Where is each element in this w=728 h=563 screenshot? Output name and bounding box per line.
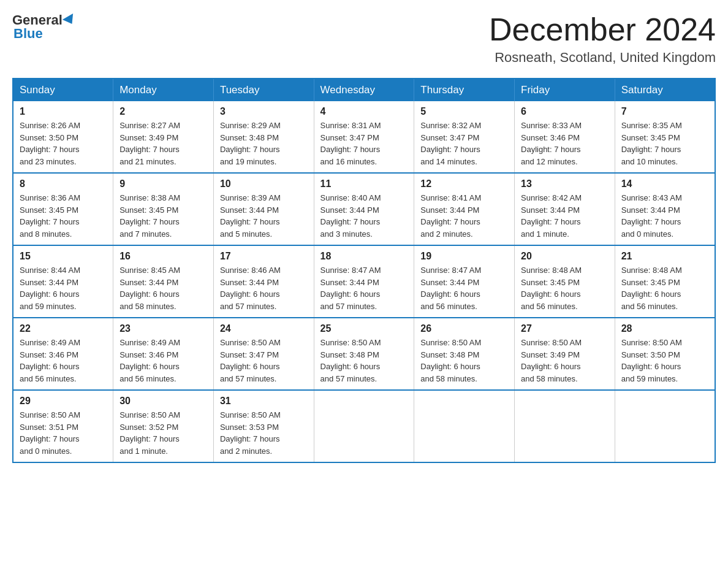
calendar-day-cell: 23 Sunrise: 8:49 AMSunset: 3:46 PMDaylig… (113, 318, 214, 390)
day-number: 18 (320, 251, 408, 262)
day-info: Sunrise: 8:47 AMSunset: 3:44 PMDaylight:… (420, 266, 481, 311)
title-area: December 2024 Rosneath, Scotland, United… (489, 12, 716, 66)
calendar-day-cell: 29 Sunrise: 8:50 AMSunset: 3:51 PMDaylig… (13, 390, 113, 462)
calendar-day-cell: 16 Sunrise: 8:45 AMSunset: 3:44 PMDaylig… (113, 245, 214, 318)
day-info: Sunrise: 8:40 AMSunset: 3:44 PMDaylight:… (320, 193, 381, 239)
day-info: Sunrise: 8:50 AMSunset: 3:52 PMDaylight:… (119, 410, 180, 456)
day-info: Sunrise: 8:48 AMSunset: 3:45 PMDaylight:… (521, 266, 582, 311)
weekday-header-sunday: Sunday (13, 79, 113, 101)
day-number: 20 (521, 251, 609, 262)
day-info: Sunrise: 8:45 AMSunset: 3:44 PMDaylight:… (119, 266, 180, 311)
day-info: Sunrise: 8:43 AMSunset: 3:44 PMDaylight:… (621, 193, 682, 239)
day-number: 1 (20, 106, 107, 117)
calendar-header-row: SundayMondayTuesdayWednesdayThursdayFrid… (13, 79, 715, 101)
calendar-table: SundayMondayTuesdayWednesdayThursdayFrid… (12, 78, 716, 463)
day-number: 15 (20, 251, 107, 262)
day-info: Sunrise: 8:26 AMSunset: 3:50 PMDaylight:… (20, 121, 80, 166)
page-header: General Blue December 2024 Rosneath, Sco… (12, 12, 716, 66)
day-info: Sunrise: 8:39 AMSunset: 3:44 PMDaylight:… (220, 193, 281, 239)
day-number: 14 (621, 178, 708, 190)
day-number: 10 (220, 178, 308, 190)
calendar-day-cell: 30 Sunrise: 8:50 AMSunset: 3:52 PMDaylig… (113, 390, 214, 462)
calendar-day-cell: 31 Sunrise: 8:50 AMSunset: 3:53 PMDaylig… (213, 390, 314, 462)
calendar-day-cell: 18 Sunrise: 8:47 AMSunset: 3:44 PMDaylig… (314, 245, 414, 318)
calendar-day-cell (615, 390, 715, 462)
calendar-week-row: 1 Sunrise: 8:26 AMSunset: 3:50 PMDayligh… (13, 101, 715, 173)
day-number: 3 (220, 106, 308, 117)
logo: General Blue (12, 12, 76, 42)
weekday-header-tuesday: Tuesday (213, 79, 314, 101)
location: Rosneath, Scotland, United Kingdom (489, 50, 716, 66)
calendar-day-cell: 2 Sunrise: 8:27 AMSunset: 3:49 PMDayligh… (113, 101, 214, 173)
day-info: Sunrise: 8:50 AMSunset: 3:53 PMDaylight:… (220, 410, 281, 456)
calendar-day-cell: 17 Sunrise: 8:46 AMSunset: 3:44 PMDaylig… (213, 245, 314, 318)
day-number: 23 (119, 323, 207, 334)
weekday-header-wednesday: Wednesday (314, 79, 414, 101)
day-info: Sunrise: 8:36 AMSunset: 3:45 PMDaylight:… (20, 193, 80, 239)
weekday-header-thursday: Thursday (414, 79, 515, 101)
day-number: 17 (220, 251, 308, 262)
day-number: 30 (119, 396, 207, 407)
day-info: Sunrise: 8:47 AMSunset: 3:44 PMDaylight:… (320, 266, 381, 311)
day-number: 6 (521, 106, 609, 117)
calendar-day-cell: 24 Sunrise: 8:50 AMSunset: 3:47 PMDaylig… (213, 318, 314, 390)
day-number: 12 (420, 178, 508, 190)
day-info: Sunrise: 8:50 AMSunset: 3:50 PMDaylight:… (621, 338, 682, 383)
day-info: Sunrise: 8:29 AMSunset: 3:48 PMDaylight:… (220, 121, 281, 166)
day-number: 11 (320, 178, 408, 190)
day-number: 31 (220, 396, 308, 407)
day-number: 28 (621, 323, 708, 334)
day-info: Sunrise: 8:50 AMSunset: 3:48 PMDaylight:… (420, 338, 481, 383)
calendar-day-cell: 12 Sunrise: 8:41 AMSunset: 3:44 PMDaylig… (414, 173, 515, 245)
day-number: 22 (20, 323, 107, 334)
calendar-day-cell: 9 Sunrise: 8:38 AMSunset: 3:45 PMDayligh… (113, 173, 214, 245)
calendar-day-cell: 8 Sunrise: 8:36 AMSunset: 3:45 PMDayligh… (13, 173, 113, 245)
day-number: 7 (621, 106, 708, 117)
calendar-day-cell: 25 Sunrise: 8:50 AMSunset: 3:48 PMDaylig… (314, 318, 414, 390)
day-info: Sunrise: 8:50 AMSunset: 3:51 PMDaylight:… (20, 410, 80, 456)
calendar-week-row: 15 Sunrise: 8:44 AMSunset: 3:44 PMDaylig… (13, 245, 715, 318)
day-info: Sunrise: 8:46 AMSunset: 3:44 PMDaylight:… (220, 266, 281, 311)
calendar-week-row: 22 Sunrise: 8:49 AMSunset: 3:46 PMDaylig… (13, 318, 715, 390)
weekday-header-saturday: Saturday (615, 79, 715, 101)
calendar-week-row: 29 Sunrise: 8:50 AMSunset: 3:51 PMDaylig… (13, 390, 715, 462)
month-title: December 2024 (489, 12, 716, 47)
calendar-day-cell: 15 Sunrise: 8:44 AMSunset: 3:44 PMDaylig… (13, 245, 113, 318)
day-info: Sunrise: 8:27 AMSunset: 3:49 PMDaylight:… (119, 121, 180, 166)
day-number: 2 (119, 106, 207, 117)
calendar-day-cell: 10 Sunrise: 8:39 AMSunset: 3:44 PMDaylig… (213, 173, 314, 245)
day-info: Sunrise: 8:49 AMSunset: 3:46 PMDaylight:… (20, 338, 80, 383)
weekday-header-monday: Monday (113, 79, 214, 101)
day-number: 13 (521, 178, 609, 190)
day-info: Sunrise: 8:50 AMSunset: 3:48 PMDaylight:… (320, 338, 381, 383)
day-number: 24 (220, 323, 308, 334)
calendar-day-cell (515, 390, 615, 462)
calendar-day-cell (314, 390, 414, 462)
calendar-day-cell: 7 Sunrise: 8:35 AMSunset: 3:45 PMDayligh… (615, 101, 715, 173)
calendar-day-cell: 6 Sunrise: 8:33 AMSunset: 3:46 PMDayligh… (515, 101, 615, 173)
day-number: 27 (521, 323, 609, 334)
calendar-day-cell: 14 Sunrise: 8:43 AMSunset: 3:44 PMDaylig… (615, 173, 715, 245)
day-info: Sunrise: 8:32 AMSunset: 3:47 PMDaylight:… (420, 121, 481, 166)
calendar-day-cell (414, 390, 515, 462)
day-number: 4 (320, 106, 408, 117)
calendar-day-cell: 3 Sunrise: 8:29 AMSunset: 3:48 PMDayligh… (213, 101, 314, 173)
calendar-day-cell: 5 Sunrise: 8:32 AMSunset: 3:47 PMDayligh… (414, 101, 515, 173)
day-info: Sunrise: 8:42 AMSunset: 3:44 PMDaylight:… (521, 193, 582, 239)
logo-arrow-icon (63, 13, 77, 27)
calendar-day-cell: 28 Sunrise: 8:50 AMSunset: 3:50 PMDaylig… (615, 318, 715, 390)
day-info: Sunrise: 8:31 AMSunset: 3:47 PMDaylight:… (320, 121, 381, 166)
calendar-day-cell: 13 Sunrise: 8:42 AMSunset: 3:44 PMDaylig… (515, 173, 615, 245)
logo-blue: Blue (13, 26, 43, 42)
day-number: 21 (621, 251, 708, 262)
weekday-header-friday: Friday (515, 79, 615, 101)
day-number: 9 (119, 178, 207, 190)
calendar-day-cell: 19 Sunrise: 8:47 AMSunset: 3:44 PMDaylig… (414, 245, 515, 318)
calendar-day-cell: 26 Sunrise: 8:50 AMSunset: 3:48 PMDaylig… (414, 318, 515, 390)
day-info: Sunrise: 8:48 AMSunset: 3:45 PMDaylight:… (621, 266, 682, 311)
calendar-day-cell: 22 Sunrise: 8:49 AMSunset: 3:46 PMDaylig… (13, 318, 113, 390)
day-number: 26 (420, 323, 508, 334)
day-number: 25 (320, 323, 408, 334)
calendar-day-cell: 20 Sunrise: 8:48 AMSunset: 3:45 PMDaylig… (515, 245, 615, 318)
day-info: Sunrise: 8:35 AMSunset: 3:45 PMDaylight:… (621, 121, 682, 166)
